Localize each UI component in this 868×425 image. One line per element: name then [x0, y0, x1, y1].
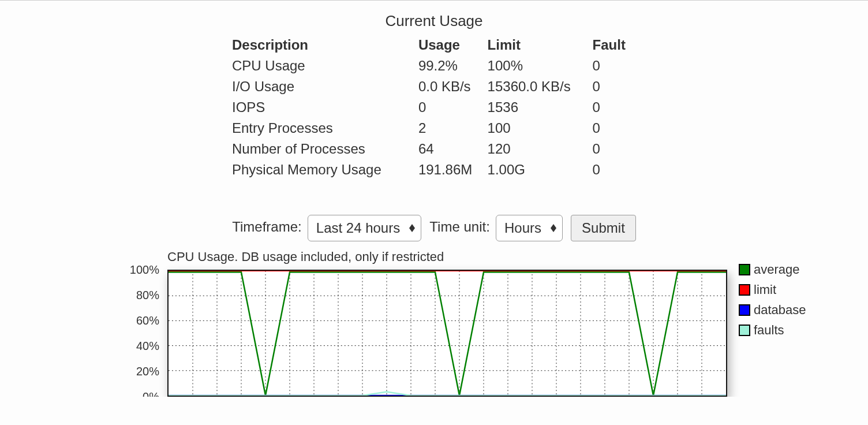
y-tick-label: 60%: [136, 312, 159, 329]
table-cell-description: Number of Processes: [232, 139, 418, 159]
timeframe-select-value: Last 24 hours: [316, 220, 400, 236]
table-cell-fault: 0: [593, 55, 636, 76]
timeunit-select-value: Hours: [504, 220, 541, 236]
legend-label-limit: limit: [754, 280, 776, 299]
svg-marker-3: [551, 228, 556, 232]
table-cell-limit: 15360.0 KB/s: [488, 76, 593, 97]
timeunit-label: Time unit:: [429, 219, 489, 234]
table-cell-limit: 100: [488, 118, 593, 139]
svg-marker-1: [409, 228, 415, 232]
table-cell-usage: 99.2%: [418, 55, 488, 76]
legend-label-database: database: [754, 300, 806, 319]
timeunit-select[interactable]: Hours: [496, 215, 563, 241]
current-usage-block: Current Usage Description Usage Limit Fa…: [232, 10, 636, 180]
table-cell-usage: 64: [418, 139, 488, 159]
chart-row: CPU Usage. DB usage included, only if re…: [0, 247, 868, 397]
legend-swatch-database: [739, 304, 750, 316]
th-fault: Fault: [593, 35, 636, 55]
table-cell-description: I/O Usage: [232, 76, 418, 97]
submit-button[interactable]: Submit: [571, 215, 636, 241]
y-tick-label: 0%: [143, 388, 159, 397]
controls-row: Timeframe: Last 24 hours Time unit: Hour…: [0, 215, 868, 241]
table-row: Number of Processes641200: [232, 139, 636, 159]
top-divider: [0, 0, 868, 1]
th-limit: Limit: [488, 35, 593, 55]
table-cell-limit: 100%: [488, 55, 593, 76]
table-cell-usage: 0: [418, 97, 488, 118]
table-cell-fault: 0: [593, 139, 636, 159]
y-tick-label: 40%: [136, 337, 159, 355]
y-tick-label: 20%: [136, 363, 159, 380]
usage-title: Current Usage: [232, 10, 636, 32]
chart-legend: average limit database faults: [739, 260, 806, 341]
table-row: IOPS015360: [232, 97, 636, 118]
legend-swatch-faults: [739, 325, 750, 336]
chart-caption: CPU Usage. DB usage included, only if re…: [167, 247, 727, 266]
legend-label-average: average: [754, 260, 800, 279]
table-cell-fault: 0: [593, 97, 636, 118]
table-cell-fault: 0: [593, 159, 636, 180]
table-cell-limit: 1.00G: [488, 159, 593, 180]
chart-y-axis: 0%20%40%60%80%100%: [110, 270, 167, 397]
table-cell-fault: 0: [593, 76, 636, 97]
timeframe-select[interactable]: Last 24 hours: [308, 215, 421, 241]
table-row: Entry Processes21000: [232, 118, 636, 139]
legend-item-average: average: [739, 260, 806, 279]
select-spinner-icon: [409, 224, 415, 232]
th-usage: Usage: [418, 35, 488, 55]
timeframe-label: Timeframe:: [232, 219, 301, 234]
table-cell-usage: 191.86M: [418, 159, 488, 180]
table-cell-description: IOPS: [232, 97, 418, 118]
table-row: I/O Usage0.0 KB/s15360.0 KB/s0: [232, 76, 636, 97]
table-cell-limit: 1536: [488, 97, 593, 118]
legend-item-faults: faults: [739, 320, 806, 340]
usage-table: Description Usage Limit Fault CPU Usage9…: [232, 35, 636, 180]
legend-swatch-average: [739, 264, 750, 275]
chart-plot: [167, 270, 727, 397]
select-spinner-icon: [551, 224, 556, 232]
table-cell-description: Entry Processes: [232, 118, 418, 139]
y-tick-label: 100%: [130, 261, 159, 278]
legend-item-database: database: [739, 300, 806, 319]
table-row: Physical Memory Usage191.86M1.00G0: [232, 159, 636, 180]
legend-swatch-limit: [739, 284, 750, 296]
table-cell-fault: 0: [593, 118, 636, 139]
svg-marker-2: [551, 224, 556, 228]
table-row: CPU Usage99.2%100%0: [232, 55, 636, 76]
table-cell-description: CPU Usage: [232, 55, 418, 76]
table-cell-usage: 0.0 KB/s: [418, 76, 488, 97]
table-cell-limit: 120: [488, 139, 593, 159]
svg-marker-0: [409, 224, 415, 228]
legend-item-limit: limit: [739, 280, 806, 299]
table-cell-usage: 2: [418, 118, 488, 139]
legend-label-faults: faults: [754, 320, 784, 340]
th-description: Description: [232, 35, 418, 55]
y-tick-label: 80%: [136, 286, 159, 304]
table-cell-description: Physical Memory Usage: [232, 159, 418, 180]
